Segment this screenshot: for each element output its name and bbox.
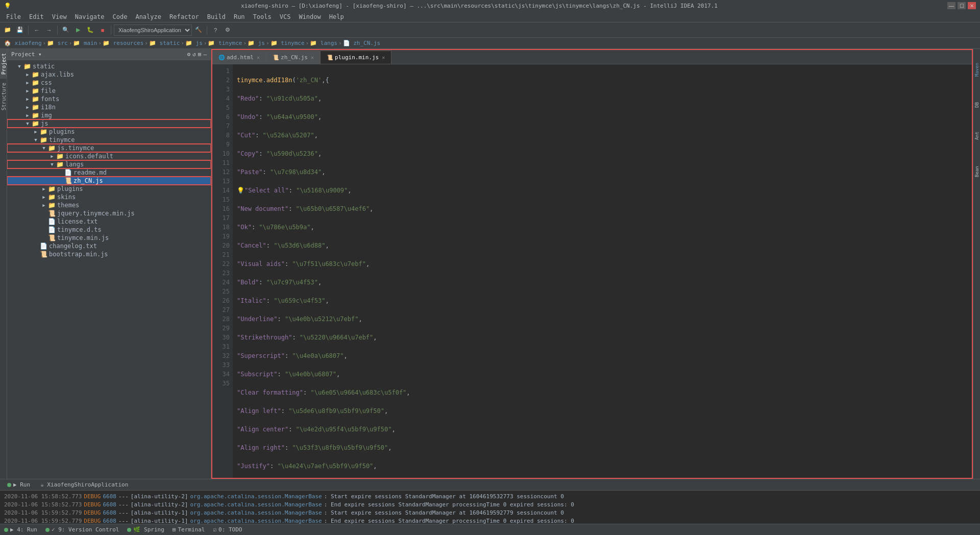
- tree-item-ajax-libs[interactable]: ▶ 📁 ajax.libs: [7, 70, 211, 79]
- sync-icon[interactable]: ↺: [192, 51, 196, 58]
- tree-item-skins[interactable]: ▶ 📁 skins: [7, 193, 211, 201]
- code-content[interactable]: tinymce.addI18n('zh_CN',{ "Redo": "\u91c…: [233, 64, 972, 478]
- toolbar-debug[interactable]: 🐛: [85, 25, 96, 36]
- menu-navigate[interactable]: Navigate: [71, 12, 109, 21]
- line-num: 14: [212, 186, 230, 195]
- tree-item-tinymce-dts[interactable]: 📄 tinymce.d.ts: [7, 226, 211, 234]
- menu-file[interactable]: File: [2, 12, 25, 21]
- tree-item-plugins[interactable]: ▶ 📁 plugins: [7, 128, 211, 136]
- tab-run[interactable]: ▶ Run: [2, 480, 35, 489]
- nav-version-control[interactable]: ✓ 9: Version Control: [45, 526, 119, 533]
- tree-item-file[interactable]: ▶ 📁 file: [7, 87, 211, 95]
- tab-structure[interactable]: Structure: [0, 79, 7, 114]
- tree-item-fonts[interactable]: ▶ 📁 fonts: [7, 95, 211, 103]
- nav-run[interactable]: ▶ 4: Run: [4, 526, 37, 533]
- nav-terminal[interactable]: ⊞ Terminal: [173, 526, 205, 533]
- breadcrumb-zh-cn-js[interactable]: 📄 zh_CN.js: [343, 40, 381, 46]
- code-line: "Redo": "\u91cd\u505a",: [237, 94, 968, 103]
- code-line: "Align left": "\u5de6\u8fb9\u5bf9\u9f50"…: [237, 406, 968, 416]
- menu-edit[interactable]: Edit: [25, 12, 48, 21]
- breadcrumb-src[interactable]: 📁 src: [47, 40, 68, 46]
- tree-item-bootstrap[interactable]: 📜 bootstrap.min.js: [7, 250, 211, 258]
- toolbar-open[interactable]: 📁: [2, 25, 13, 36]
- breadcrumb-langs[interactable]: 📁 langs: [310, 40, 337, 46]
- breadcrumb-tinymce2[interactable]: 📁 tinymce: [271, 40, 305, 46]
- maven-projects-icon[interactable]: Maven: [973, 49, 980, 90]
- menu-vcs[interactable]: VCS: [276, 12, 295, 21]
- toolbar-stop[interactable]: ■: [97, 25, 108, 36]
- tree-item-css[interactable]: ▶ 📁 css: [7, 79, 211, 87]
- tree-item-zh-cn-js[interactable]: 📜 zh_CN.js: [7, 177, 211, 185]
- tab-close-btn2[interactable]: ✕: [311, 55, 314, 60]
- tree-item-js-tinymce[interactable]: ▼ 📁 js.tinymce: [7, 144, 211, 152]
- tab-project[interactable]: Project: [0, 49, 7, 79]
- menu-run[interactable]: Run: [230, 12, 249, 21]
- tree-label: skins: [57, 193, 76, 201]
- expand-icon[interactable]: ⊞: [198, 51, 202, 58]
- log-separator: ---: [118, 517, 129, 524]
- expand-arrow: ▼: [40, 145, 48, 151]
- tree-item-static[interactable]: ▼ 📁 static: [7, 62, 211, 70]
- tab-add-html[interactable]: 🌐 add.html ✕: [212, 51, 266, 64]
- tree-item-plugins2[interactable]: ▶ 📁 plugins: [7, 185, 211, 193]
- tree-item-js[interactable]: ▼ 📁 js: [7, 119, 211, 128]
- menu-window[interactable]: Window: [295, 12, 325, 21]
- tree-label: langs: [65, 161, 84, 168]
- toolbar-forward[interactable]: →: [43, 25, 55, 36]
- tree-item-changelog[interactable]: 📄 changelog.txt: [7, 242, 211, 250]
- breadcrumb-xiaofeng[interactable]: 🏠 xiaofeng: [4, 40, 42, 46]
- menu-help[interactable]: Help: [325, 12, 348, 21]
- database-icon[interactable]: DB: [973, 90, 980, 120]
- toolbar-back[interactable]: ←: [31, 25, 42, 36]
- gear-icon[interactable]: ⚙: [187, 51, 191, 58]
- tree-label: css: [41, 79, 52, 86]
- bean-validation-icon[interactable]: Bean: [973, 151, 980, 192]
- menu-build[interactable]: Build: [203, 12, 230, 21]
- menu-refactor[interactable]: Refactor: [165, 12, 203, 21]
- tab-close-btn[interactable]: ✕: [257, 55, 260, 60]
- window-controls[interactable]: — ☐ ✕: [947, 2, 976, 9]
- maximize-button[interactable]: ☐: [958, 2, 966, 9]
- collapse-icon[interactable]: —: [203, 51, 207, 58]
- toolbar-settings[interactable]: ⚙: [222, 25, 233, 36]
- breadcrumb-js2[interactable]: 📁 js: [248, 40, 265, 46]
- tab-close-btn3[interactable]: ✕: [382, 55, 385, 60]
- run-config-dropdown[interactable]: XiaofengShiroApplication: [114, 25, 192, 36]
- breadcrumb-tinymce[interactable]: 📁 tinymce: [208, 40, 242, 46]
- toolbar-save[interactable]: 💾: [14, 25, 26, 36]
- tree-item-tinymce-min[interactable]: 📜 tinymce.min.js: [7, 234, 211, 242]
- close-button[interactable]: ✕: [968, 2, 976, 9]
- tree-item-img[interactable]: ▶ 📁 img: [7, 111, 211, 119]
- menu-analyze[interactable]: Analyze: [131, 12, 165, 21]
- menu-view[interactable]: View: [48, 12, 71, 21]
- tab-zh-cn-js[interactable]: 📜 zh_CN.js ✕: [266, 51, 321, 64]
- tree-item-tinymce[interactable]: ▼ 📁 tinymce: [7, 136, 211, 144]
- tab-plugin-min-js[interactable]: 📜 plugin.min.js ✕: [321, 51, 391, 64]
- tab-xiaofeng[interactable]: ☕ XiaofengShiroApplication: [35, 480, 133, 489]
- tree-item-jquery-tinymce[interactable]: 📜 jquery.tinymce.min.js: [7, 209, 211, 217]
- toolbar-search[interactable]: 🔍: [60, 25, 71, 36]
- toolbar-help[interactable]: ?: [210, 25, 221, 36]
- menu-tools[interactable]: Tools: [249, 12, 276, 21]
- tree-item-i18n[interactable]: ▶ 📁 i18n: [7, 103, 211, 111]
- nav-run-label: ▶ 4: Run: [10, 526, 37, 533]
- nav-todo[interactable]: ☑ 0: TODO: [213, 526, 242, 533]
- menu-code[interactable]: Code: [109, 12, 132, 21]
- toolbar-build[interactable]: 🔨: [193, 25, 204, 36]
- toolbar-run[interactable]: ▶: [72, 25, 84, 36]
- tree-item-icons-default[interactable]: ▶ 📁 icons.default: [7, 152, 211, 160]
- expand-arrow: ▶: [23, 88, 32, 93]
- line-num: 31: [212, 342, 230, 351]
- tree-item-langs[interactable]: ▼ 📁 langs: [7, 160, 211, 168]
- log-area[interactable]: 2020-11-06 15:58:52.773 DEBUG 6608 --- […: [0, 491, 980, 524]
- breadcrumb-resources[interactable]: 📁 resources: [103, 40, 143, 46]
- nav-spring[interactable]: 🌿 Spring: [127, 526, 164, 533]
- minimize-button[interactable]: —: [947, 2, 955, 9]
- ant-build-icon[interactable]: Ant: [973, 120, 980, 151]
- breadcrumb-main[interactable]: 📁 main: [73, 40, 97, 46]
- tree-item-license[interactable]: 📄 license.txt: [7, 217, 211, 226]
- breadcrumb-static[interactable]: 📁 static: [149, 40, 180, 46]
- breadcrumb-js[interactable]: 📁 js: [185, 40, 203, 46]
- tree-item-readme[interactable]: 📄 readme.md: [7, 168, 211, 177]
- tree-item-themes[interactable]: ▶ 📁 themes: [7, 201, 211, 209]
